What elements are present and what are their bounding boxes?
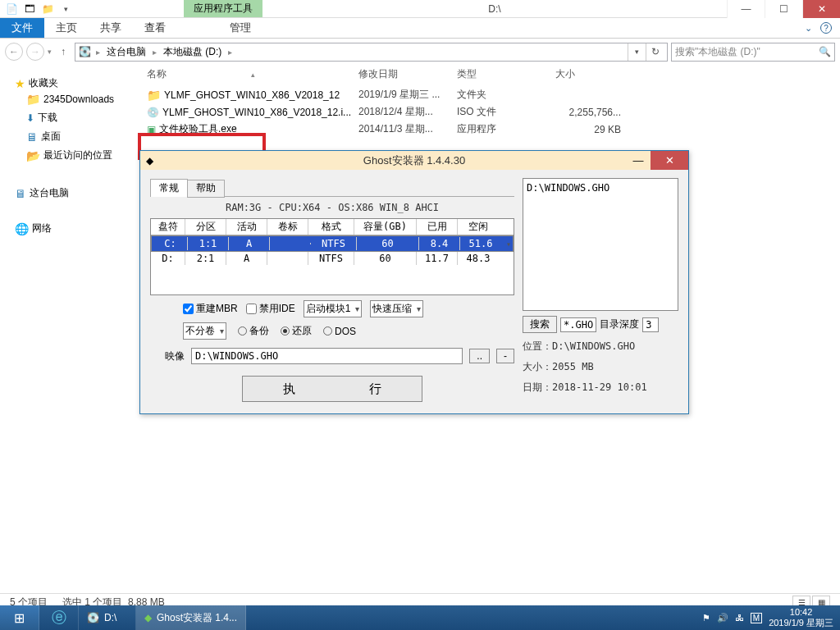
qat-dropdown-icon[interactable]: ▾ — [59, 2, 72, 16]
taskbar-app-ghost[interactable]: ◆Ghost安装器 1.4... — [136, 605, 246, 630]
folder-icon: 📁 — [147, 89, 161, 102]
ext-field[interactable]: *.GHO — [560, 317, 596, 332]
minimize-button[interactable]: — — [727, 0, 765, 18]
ghost-disk-table: 盘符分区活动卷标格式容量(GB)已用空闲 C:1:1ANTFS608.451.6… — [150, 218, 514, 295]
radio-dos[interactable]: DOS — [323, 326, 356, 337]
sel-compression[interactable]: 快速压缩 — [370, 300, 423, 317]
ribbon: 文件 主页 共享 查看 管理 ⌄ ? — [0, 18, 840, 39]
manage-tab[interactable]: 管理 — [218, 18, 262, 38]
search-icon[interactable]: 🔍 — [819, 46, 831, 57]
crumb-drive[interactable]: 本地磁盘 (D:) — [162, 45, 223, 59]
image-label: 映像 — [165, 349, 185, 363]
taskbar-clock[interactable]: 10:42 2019/1/9 星期三 — [769, 607, 833, 628]
star-icon: ★ — [15, 77, 25, 90]
ghost-title: Ghost安装器 1.4.4.30 — [140, 153, 688, 168]
ghost-tabs: 常规 帮助 — [150, 178, 514, 197]
help-icon[interactable]: ? — [820, 22, 832, 34]
address-bar[interactable]: 💽 ▸ 这台电脑 ▸ 本地磁盘 (D:) ▸ ▾ ↻ — [75, 43, 668, 62]
iso-icon: 💿 — [147, 107, 159, 118]
file-tab[interactable]: 文件 — [0, 18, 44, 38]
app-icon: 📄 — [5, 2, 18, 16]
exe-icon: ▣ — [147, 124, 156, 135]
search-input[interactable]: 搜索"本地磁盘 (D:)" 🔍 — [671, 43, 835, 62]
sidebar-pc[interactable]: 🖥这台电脑 — [15, 186, 135, 200]
crumb-sep-icon[interactable]: ▸ — [94, 48, 102, 57]
ghost-close-button[interactable]: ✕ — [651, 151, 688, 170]
browse-button[interactable]: .. — [469, 349, 490, 363]
address-dropdown-icon[interactable]: ▾ — [628, 43, 646, 61]
forward-button[interactable]: → — [26, 43, 44, 61]
col-name[interactable]: 名称 ▴ — [147, 67, 358, 81]
ghost-info-size: 大小：2055 MB — [523, 360, 678, 374]
ghost-info-location: 位置：D:\WINDOWS.GHO — [523, 340, 678, 354]
search-placeholder: 搜索"本地磁盘 (D:)" — [675, 45, 760, 59]
folder-icon: 📁 — [26, 93, 40, 106]
tray-flag-icon[interactable]: ⚑ — [702, 613, 710, 623]
view-tab[interactable]: 查看 — [133, 18, 177, 38]
window-title: D:\ — [262, 3, 727, 15]
start-button[interactable]: ⊞ — [0, 605, 39, 630]
file-row[interactable]: 📁YLMF_GHOST_WIN10_X86_V2018_12 2019/1/9 … — [135, 86, 840, 103]
sidebar-item[interactable]: 📂最近访问的位置 — [15, 146, 135, 165]
app-icon: ◆ — [144, 612, 152, 623]
sidebar-item[interactable]: 🖥桌面 — [15, 127, 135, 146]
ribbon-expand-icon[interactable]: ⌄ — [805, 23, 812, 34]
execute-button[interactable]: 执 行 — [242, 376, 422, 402]
contextual-tab-label: 应用程序工具 — [184, 0, 262, 17]
disk-row-c[interactable]: C:1:1ANTFS608.451.6 — [151, 235, 514, 252]
remove-button[interactable]: - — [496, 349, 514, 363]
back-button[interactable]: ← — [5, 43, 23, 61]
depth-field[interactable]: 3 — [642, 317, 659, 332]
disk-header: 盘符分区活动卷标格式容量(GB)已用空闲 — [151, 219, 514, 235]
maximize-button[interactable]: ☐ — [765, 0, 802, 18]
col-date[interactable]: 修改日期 — [358, 67, 457, 81]
chk-disable-ide[interactable]: 禁用IDE — [246, 302, 295, 316]
crumb-sep-icon[interactable]: ▸ — [151, 48, 158, 57]
disk-row-d[interactable]: D:2:1ANTFS6011.748.3 — [151, 252, 514, 265]
share-tab[interactable]: 共享 — [89, 18, 133, 38]
chk-rebuild-mbr[interactable]: 重建MBR — [183, 302, 238, 316]
col-size[interactable]: 大小 — [555, 67, 621, 81]
nav-row: ← → ▾ ↑ 💽 ▸ 这台电脑 ▸ 本地磁盘 (D:) ▸ ▾ ↻ 搜索"本地… — [0, 39, 840, 65]
tray-speaker-icon[interactable]: 🔊 — [717, 613, 728, 623]
sel-boot-module[interactable]: 启动模块1 — [304, 300, 363, 317]
sort-icon: ▴ — [251, 71, 255, 79]
col-type[interactable]: 类型 — [457, 67, 555, 81]
refresh-button[interactable]: ↻ — [646, 43, 664, 61]
taskbar-app-explorer[interactable]: 💽D:\ — [79, 605, 136, 630]
qat-properties-icon[interactable]: 🗔 — [23, 2, 36, 16]
drive-icon: 💽 — [79, 46, 91, 57]
up-button[interactable]: ↑ — [55, 43, 71, 60]
ghost-sysinfo: RAM:3G - CPU:X64 - OS:X86 WIN_8 AHCI — [150, 200, 514, 218]
windows-icon: ⊞ — [14, 610, 25, 626]
file-row[interactable]: 💿YLMF_GHOST_WIN10_X86_V2018_12.i... 2018… — [135, 103, 840, 121]
column-headers[interactable]: 名称 ▴ 修改日期 类型 大小 — [135, 65, 840, 86]
sel-split[interactable]: 不分卷 — [183, 322, 226, 340]
image-path-input[interactable]: D:\WINDOWS.GHO — [191, 348, 463, 364]
history-dropdown-icon[interactable]: ▾ — [48, 48, 52, 56]
ghost-minimize-button[interactable]: — — [626, 151, 651, 170]
taskbar: ⊞ ⓔ 💽D:\ ◆Ghost安装器 1.4... ⚑ 🔊 🖧 M 10:42 … — [0, 605, 840, 630]
tray-ime-icon[interactable]: M — [751, 613, 762, 623]
ghost-tab-help[interactable]: 帮助 — [187, 180, 225, 198]
home-tab[interactable]: 主页 — [44, 18, 89, 38]
close-button[interactable]: ✕ — [802, 0, 840, 18]
system-tray[interactable]: ⚑ 🔊 🖧 M 10:42 2019/1/9 星期三 — [696, 605, 840, 630]
tray-network-icon[interactable]: 🖧 — [735, 613, 744, 623]
sidebar-favorites[interactable]: ★收藏夹 — [15, 76, 135, 90]
qat-newfolder-icon[interactable]: 📁 — [41, 2, 54, 16]
search-button[interactable]: 搜索 — [523, 316, 557, 333]
ghost-titlebar[interactable]: ◆ Ghost安装器 1.4.4.30 — ✕ — [140, 151, 688, 170]
radio-restore[interactable]: 还原 — [281, 324, 312, 338]
crumb-pc[interactable]: 这台电脑 — [105, 45, 148, 59]
recent-icon: 📂 — [26, 149, 40, 162]
sidebar-network[interactable]: 🌐网络 — [15, 221, 135, 235]
ghost-file-list[interactable]: D:\WINDOWS.GHO — [523, 178, 678, 311]
sidebar-item[interactable]: 📁2345Downloads — [15, 90, 135, 108]
crumb-sep-icon[interactable]: ▸ — [226, 48, 234, 57]
radio-backup[interactable]: 备份 — [238, 324, 269, 338]
taskbar-ie[interactable]: ⓔ — [39, 605, 79, 630]
sidebar-item[interactable]: ⬇下载 — [15, 108, 135, 127]
ghost-tab-general[interactable]: 常规 — [150, 179, 188, 197]
file-row[interactable]: ▣文件校验工具.exe 2014/11/3 星期... 应用程序 29 KB — [135, 121, 840, 138]
